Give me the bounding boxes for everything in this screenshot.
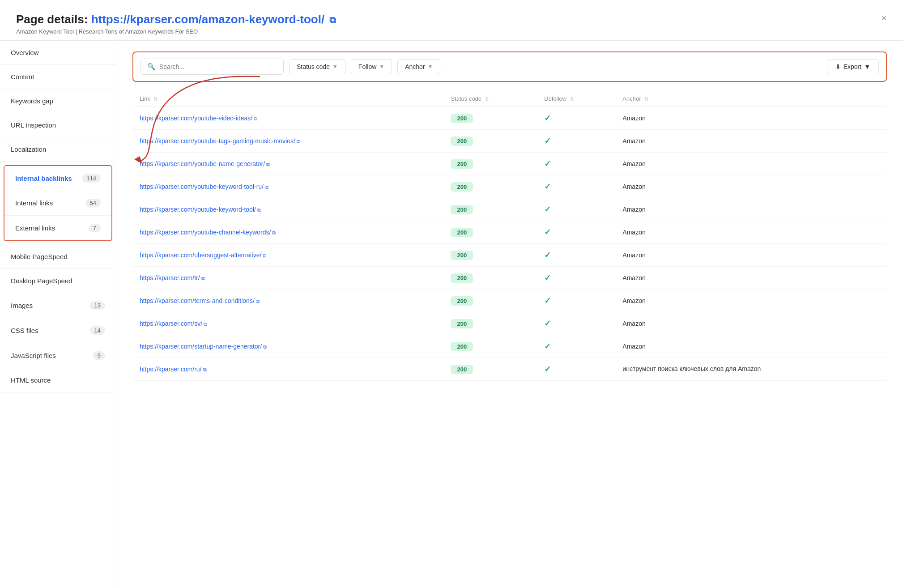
check-icon: ✓: [544, 251, 551, 260]
search-input-wrap[interactable]: 🔍: [141, 59, 284, 75]
external-link-icon: ⧉: [257, 207, 261, 213]
check-icon: ✓: [544, 342, 551, 351]
status-code-filter[interactable]: Status code ▼: [289, 59, 345, 74]
link-cell: https://kparser.com/sv/⧉: [132, 312, 443, 335]
external-link-icon: ⧉: [329, 15, 336, 25]
filter-bar: 🔍 Status code ▼ Follow ▼ Anchor ▼ ⬇: [132, 51, 887, 82]
link-url[interactable]: https://kparser.com/startup-name-generat…: [140, 343, 267, 350]
sidebar-item-images[interactable]: Images 13: [0, 293, 116, 318]
dofollow-cell: ✓: [537, 153, 615, 175]
sidebar-item-label: Internal backlinks: [15, 175, 72, 182]
link-url[interactable]: https://kparser.com/ru/⧉: [140, 366, 207, 373]
link-url[interactable]: https://kparser.com/youtube-channel-keyw…: [140, 229, 276, 236]
col-anchor[interactable]: Anchor ⇅: [615, 91, 887, 107]
external-link-icon: ⧉: [204, 321, 207, 327]
status-badge: 200: [451, 114, 473, 123]
dofollow-sort-icon: ⇅: [570, 96, 574, 102]
status-badge: 200: [451, 296, 473, 306]
link-url[interactable]: https://kparser.com/tr/⧉: [140, 274, 205, 281]
external-link-icon: ⧉: [265, 184, 268, 190]
anchor-cell: Amazon: [615, 290, 887, 312]
check-icon: ✓: [544, 114, 551, 123]
link-url[interactable]: https://kparser.com/youtube-tags-gaming-…: [140, 137, 300, 145]
link-cell: https://kparser.com/tr/⧉: [132, 267, 443, 290]
status-badge: 200: [451, 365, 473, 374]
col-link[interactable]: Link ⇅: [132, 91, 443, 107]
col-dofollow[interactable]: Dofollow ⇅: [537, 91, 615, 107]
link-url[interactable]: https://kparser.com/youtube-name-generat…: [140, 160, 270, 167]
link-cell: https://kparser.com/youtube-tags-gaming-…: [132, 130, 443, 153]
anchor-cell: Amazon: [615, 335, 887, 358]
sidebar-item-content[interactable]: Content: [0, 65, 116, 89]
follow-chevron-icon: ▼: [379, 64, 384, 70]
link-cell: https://kparser.com/youtube-channel-keyw…: [132, 221, 443, 244]
anchor-cell: Amazon: [615, 312, 887, 335]
status-code-chevron-icon: ▼: [332, 64, 338, 70]
link-url[interactable]: https://kparser.com/youtube-keyword-tool…: [140, 206, 261, 213]
table-row: https://kparser.com/youtube-name-generat…: [132, 153, 887, 175]
export-label: Export: [843, 63, 861, 70]
link-cell: https://kparser.com/youtube-name-generat…: [132, 153, 443, 175]
table-row: https://kparser.com/youtube-video-ideas/…: [132, 107, 887, 130]
dofollow-cell: ✓: [537, 130, 615, 153]
sidebar-item-overview[interactable]: Overview: [0, 41, 116, 65]
sidebar-item-localization[interactable]: Localization: [0, 137, 116, 162]
external-link-icon: ⧉: [272, 230, 276, 235]
dofollow-cell: ✓: [537, 312, 615, 335]
sidebar-item-label: CSS files: [11, 327, 38, 334]
check-icon: ✓: [544, 365, 551, 374]
sidebar-item-internal-backlinks[interactable]: Internal backlinks 114: [4, 166, 111, 191]
sidebar-item-label: JavaScript files: [11, 352, 56, 359]
dofollow-cell: ✓: [537, 358, 615, 381]
dofollow-cell: ✓: [537, 175, 615, 198]
dofollow-cell: ✓: [537, 335, 615, 358]
link-url[interactable]: https://kparser.com/youtube-keyword-tool…: [140, 183, 268, 190]
sidebar-item-internal-links[interactable]: Internal links 54: [4, 191, 111, 216]
sidebar-item-keywords-gap[interactable]: Keywords gap: [0, 89, 116, 113]
search-input[interactable]: [159, 63, 277, 70]
check-icon: ✓: [544, 182, 551, 191]
sidebar-item-external-links[interactable]: External links 7: [4, 216, 111, 240]
check-icon: ✓: [544, 159, 551, 168]
dofollow-cell: ✓: [537, 107, 615, 130]
internal-links-badge: 54: [85, 199, 101, 207]
link-url[interactable]: https://kparser.com/youtube-video-ideas/…: [140, 115, 257, 122]
status-badge: 200: [451, 273, 473, 283]
sidebar-item-html-source[interactable]: HTML source: [0, 368, 116, 392]
sidebar-item-mobile-pagespeed[interactable]: Mobile PageSpeed: [0, 245, 116, 269]
anchor-filter[interactable]: Anchor ▼: [397, 59, 440, 74]
anchor-cell: Amazon: [615, 107, 887, 130]
link-cell: https://kparser.com/ru/⧉: [132, 358, 443, 381]
sidebar-item-url-inspection[interactable]: URL inspection: [0, 113, 116, 137]
sidebar-item-javascript-files[interactable]: JavaScript files 9: [0, 343, 116, 368]
sidebar-item-css-files[interactable]: CSS files 14: [0, 318, 116, 343]
link-cell: https://kparser.com/ubersuggest-alternat…: [132, 244, 443, 267]
page-title: Page details: https://kparser.com/amazon…: [16, 13, 887, 26]
page-url-link[interactable]: https://kparser.com/amazon-keyword-tool/…: [91, 13, 336, 26]
link-url[interactable]: https://kparser.com/ubersuggest-alternat…: [140, 251, 266, 259]
sidebar-item-label: Internal links: [15, 199, 53, 207]
anchor-cell: Amazon: [615, 244, 887, 267]
col-status-code[interactable]: Status code ⇅: [443, 91, 537, 107]
status-badge: 200: [451, 228, 473, 237]
external-link-icon: ⧉: [297, 139, 300, 144]
table-row: https://kparser.com/tr/⧉200✓Amazon: [132, 267, 887, 290]
follow-filter[interactable]: Follow ▼: [351, 59, 392, 74]
close-button[interactable]: ×: [881, 13, 887, 24]
anchor-cell: инструмент поиска ключевых слов для Amaz…: [615, 358, 887, 381]
check-icon: ✓: [544, 228, 551, 237]
sidebar-item-label: Keywords gap: [11, 97, 53, 105]
link-url[interactable]: https://kparser.com/terms-and-conditions…: [140, 297, 260, 304]
status-cell: 200: [443, 175, 537, 198]
javascript-files-badge: 9: [93, 351, 105, 360]
external-link-icon: ⧉: [256, 298, 260, 304]
search-icon: 🔍: [147, 63, 156, 71]
export-button[interactable]: ⬇ Export ▼: [827, 59, 879, 74]
dofollow-cell: ✓: [537, 244, 615, 267]
dofollow-cell: ✓: [537, 221, 615, 244]
link-url[interactable]: https://kparser.com/sv/⧉: [140, 320, 207, 327]
sidebar-item-desktop-pagespeed[interactable]: Desktop PageSpeed: [0, 269, 116, 293]
anchor-cell: Amazon: [615, 153, 887, 175]
sidebar-item-label: HTML source: [11, 376, 51, 384]
external-link-icon: ⧉: [263, 253, 266, 258]
